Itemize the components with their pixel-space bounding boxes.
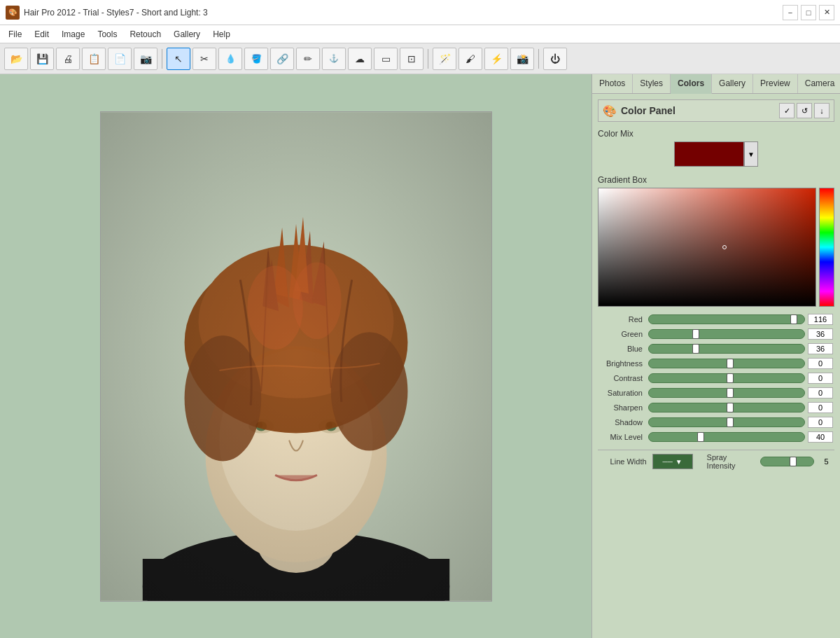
line-width-label: Line Width	[598, 457, 647, 466]
slider-track-blue[interactable]	[648, 344, 805, 354]
slider-label-saturation: Saturation	[598, 389, 648, 397]
slider-label-red: Red	[598, 315, 648, 324]
slider-label-blue: Blue	[598, 345, 648, 353]
palette-icon: 🎨	[603, 104, 617, 118]
slider-value-contrast[interactable]: 0	[808, 373, 833, 384]
toolbar-sep-2	[428, 49, 428, 69]
slider-value-brightness[interactable]: 0	[808, 358, 833, 369]
slider-thumb-brightness	[727, 359, 734, 368]
line-width-value: ──	[663, 458, 673, 466]
photo-frame[interactable]	[100, 111, 492, 602]
toolbar-copy[interactable]: 📋	[82, 48, 106, 70]
tab-preview[interactable]: Preview	[753, 74, 798, 93]
toolbar-brush[interactable]: ✏	[296, 48, 320, 70]
spray-slider[interactable]	[760, 457, 814, 466]
color-panel-header: 🎨 Color Panel ✓ ↺ ↓	[598, 99, 834, 122]
menu-file[interactable]: File	[3, 28, 27, 41]
title-bar: 🎨 Hair Pro 2012 - Trial - Styles7 - Shor…	[0, 0, 840, 25]
toolbar-hair-anchor[interactable]: ⚓	[322, 48, 346, 70]
slider-value-green[interactable]: 36	[808, 328, 833, 340]
slider-thumb-mix level	[697, 432, 704, 442]
slider-thumb-red	[790, 314, 797, 324]
slider-thumb-saturation	[727, 388, 734, 398]
panel-header-buttons: ✓ ↺ ↓	[779, 103, 830, 118]
toolbar-paste[interactable]: 📄	[108, 48, 132, 70]
slider-track-brightness[interactable]	[648, 359, 805, 368]
toolbar-crop[interactable]: ⊡	[400, 48, 424, 70]
svg-rect-26	[101, 112, 491, 601]
slider-row-shadow: Shadow0	[598, 417, 834, 428]
panel-content: 🎨 Color Panel ✓ ↺ ↓ Color Mix ▼ Gra	[592, 94, 840, 638]
slider-track-sharpen[interactable]	[648, 403, 805, 412]
spray-intensity-label: Spray Intensity	[707, 453, 756, 470]
tab-camera[interactable]: Camera	[798, 74, 840, 93]
line-width-selector[interactable]: ── ▼	[652, 454, 693, 469]
slider-thumb-green	[692, 329, 699, 339]
menu-edit[interactable]: Edit	[29, 28, 55, 41]
slider-value-shadow[interactable]: 0	[808, 417, 833, 428]
toolbar-snapshot[interactable]: 📸	[510, 48, 534, 70]
tab-styles[interactable]: Styles	[633, 74, 671, 93]
slider-row-green: Green36	[598, 328, 834, 340]
toolbar-save[interactable]: 💾	[30, 48, 54, 70]
slider-value-saturation[interactable]: 0	[808, 387, 833, 398]
toolbar-print[interactable]: 🖨	[56, 48, 80, 70]
panel-arrow-button[interactable]: ↓	[814, 103, 830, 118]
toolbar-power[interactable]: ⏻	[543, 48, 567, 70]
toolbar-cut[interactable]: ✂	[192, 48, 216, 70]
hue-strip[interactable]	[819, 188, 834, 307]
portrait-svg	[101, 111, 491, 602]
right-panel: Photos Styles Colors Gallery Preview Cam…	[592, 74, 840, 638]
tab-gallery[interactable]: Gallery	[712, 74, 753, 93]
toolbar-fill[interactable]: 🪣	[244, 48, 268, 70]
toolbar-anchor[interactable]: 🔗	[270, 48, 294, 70]
slider-row-contrast: Contrast0	[598, 373, 834, 384]
toolbar-open[interactable]: 📂	[4, 48, 28, 70]
maximize-button[interactable]: □	[801, 5, 816, 20]
toolbar-wand[interactable]: 🪄	[433, 48, 456, 70]
gradient-picker[interactable]	[598, 188, 816, 307]
swatch-dropdown[interactable]: ▼	[744, 141, 758, 167]
tab-colors[interactable]: Colors	[671, 74, 712, 94]
slider-thumb-contrast	[727, 373, 734, 383]
menu-help[interactable]: Help	[207, 28, 236, 41]
close-button[interactable]: ✕	[819, 5, 834, 20]
menu-gallery[interactable]: Gallery	[168, 28, 206, 41]
spray-thumb	[790, 457, 797, 466]
menu-retouch[interactable]: Retouch	[124, 28, 167, 41]
menu-tools[interactable]: Tools	[92, 28, 122, 41]
slider-row-brightness: Brightness0	[598, 358, 834, 369]
toolbar-eyedropper[interactable]: 💧	[218, 48, 242, 70]
panel-check-button[interactable]: ✓	[779, 103, 794, 118]
toolbar-camera[interactable]: 📷	[134, 48, 158, 70]
menu-image[interactable]: Image	[56, 28, 90, 41]
slider-value-mix level[interactable]: 40	[808, 431, 833, 443]
slider-value-red[interactable]: 116	[808, 314, 833, 325]
canvas-area	[0, 74, 592, 638]
minimize-button[interactable]: −	[783, 5, 798, 20]
slider-value-blue[interactable]: 36	[808, 343, 833, 354]
slider-thumb-sharpen	[727, 403, 734, 412]
gradient-cursor	[722, 245, 727, 249]
panel-reset-button[interactable]: ↺	[797, 103, 812, 118]
slider-track-contrast[interactable]	[648, 373, 805, 383]
slider-value-sharpen[interactable]: 0	[808, 402, 833, 413]
toolbar-cloud[interactable]: ☁	[348, 48, 372, 70]
slider-row-red: Red116	[598, 314, 834, 325]
slider-track-green[interactable]	[648, 329, 805, 339]
slider-row-mix level: Mix Level40	[598, 431, 834, 443]
toolbar-select[interactable]: ↖	[167, 48, 190, 70]
slider-track-mix level[interactable]	[648, 432, 805, 442]
color-swatch[interactable]	[674, 141, 744, 167]
panel-tabs: Photos Styles Colors Gallery Preview Cam…	[592, 74, 840, 94]
color-mix-label: Color Mix	[598, 129, 834, 139]
toolbar-lightning[interactable]: ⚡	[484, 48, 508, 70]
slider-track-red[interactable]	[648, 314, 805, 324]
toolbar-rect[interactable]: ▭	[374, 48, 398, 70]
toolbar-paint[interactable]: 🖌	[458, 48, 482, 70]
tab-photos[interactable]: Photos	[592, 74, 633, 93]
toolbar-sep-3	[538, 49, 539, 69]
slider-track-shadow[interactable]	[648, 417, 805, 427]
slider-thumb-shadow	[727, 417, 734, 427]
slider-track-saturation[interactable]	[648, 388, 805, 398]
